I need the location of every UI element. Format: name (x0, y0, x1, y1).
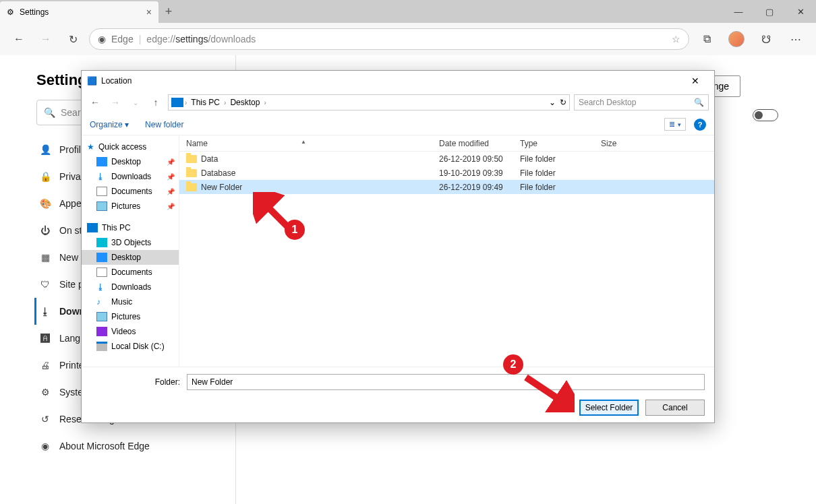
annotation-callout-2: 2 (503, 354, 523, 375)
printer-icon: 🖨 (39, 359, 51, 371)
tree-item-pictures[interactable]: Pictures📌 (82, 199, 179, 214)
tab-title: Settings (20, 7, 49, 17)
browser-titlebar: ⚙ Settings × + — ▢ ✕ (0, 0, 816, 23)
folder-icon (186, 183, 197, 191)
address-bar[interactable]: ◉ Edge | edge://settings/downloads ☆ (89, 28, 689, 50)
tree-item-downloads[interactable]: ⭳Downloads (82, 280, 179, 294)
sidebar-item-about-microsoft-edge[interactable]: ◉About Microsoft Edge (36, 433, 235, 460)
nav-forward-button: → (107, 97, 123, 108)
ask-download-toggle[interactable] (753, 109, 778, 121)
pin-icon: 📌 (167, 173, 175, 181)
column-headers[interactable]: Name▲ Date modified Type Size (179, 135, 714, 152)
reset-icon: ↺ (39, 413, 51, 425)
folder-name-input[interactable] (187, 374, 705, 390)
perm-icon: 🛡 (39, 278, 51, 290)
dialog-search-input[interactable]: Search Desktop 🔍 (574, 94, 709, 111)
address-url: edge://settings/downloads (146, 34, 256, 44)
pc-icon (171, 98, 183, 107)
select-folder-button[interactable]: Select Folder (579, 400, 639, 416)
tree-item-documents[interactable]: Documents📌 (82, 184, 179, 199)
refresh-breadcrumb-icon[interactable]: ↻ (560, 98, 566, 107)
organize-menu[interactable]: Organize ▾ (90, 120, 129, 129)
breadcrumb-bar[interactable]: › This PC › Desktop › ⌄↻ (168, 94, 570, 111)
nav-recent-dropdown[interactable]: ⌄ (127, 99, 144, 106)
system-icon: ⚙ (39, 386, 51, 398)
new-tab-button[interactable]: + (158, 0, 179, 23)
folder-icon (186, 169, 197, 177)
power-icon: ⏻ (39, 224, 51, 237)
nav-back-button[interactable]: ← (87, 97, 103, 108)
new-folder-button[interactable]: New folder (145, 120, 183, 129)
annotation-arrow-2 (521, 372, 575, 412)
about-icon: ◉ (39, 440, 51, 452)
close-tab-icon[interactable]: × (146, 7, 152, 18)
tree-quick-access[interactable]: ★Quick access (82, 139, 179, 154)
help-button[interactable]: ? (694, 119, 706, 131)
address-prefix: Edge (111, 34, 134, 44)
breadcrumb-dropdown-icon[interactable]: ⌄ (549, 98, 556, 107)
nav-up-button[interactable]: ↑ (148, 97, 164, 108)
feedback-button[interactable]: ☋ (754, 33, 778, 46)
favorite-star-icon[interactable]: ☆ (672, 34, 680, 44)
app-icon: 🟦 (87, 76, 97, 86)
search-icon: 🔍 (44, 107, 55, 118)
window-controls: — ▢ ✕ (723, 0, 816, 23)
file-row[interactable]: Data26-12-2019 09:50File folder (179, 152, 714, 166)
refresh-button[interactable]: ↻ (62, 28, 84, 50)
dialog-title: Location (101, 76, 132, 86)
forward-button: → (35, 28, 57, 50)
tree-item-pictures[interactable]: Pictures (82, 309, 179, 324)
folder-tree[interactable]: ★Quick access Desktop📌⭳Downloads📌Documen… (82, 135, 179, 367)
tree-item-3d-objects[interactable]: 3D Objects (82, 235, 179, 250)
cancel-button[interactable]: Cancel (645, 400, 705, 416)
search-icon: 🔍 (694, 98, 704, 107)
file-list[interactable]: Data26-12-2019 09:50File folderDatabase1… (179, 152, 714, 367)
maximize-button[interactable]: ▢ (754, 0, 785, 23)
close-window-button[interactable]: ✕ (785, 0, 816, 23)
more-menu-button[interactable]: ⋯ (784, 33, 808, 46)
tree-item-downloads[interactable]: ⭳Downloads📌 (82, 169, 179, 184)
pin-icon: 📌 (167, 203, 175, 210)
minimize-button[interactable]: — (723, 0, 754, 23)
tab-icon: ▦ (39, 251, 51, 263)
profile-icon: 👤 (39, 144, 51, 156)
pin-icon: 📌 (167, 188, 175, 195)
profile-avatar[interactable] (724, 31, 749, 47)
pin-icon: 📌 (167, 158, 175, 166)
tree-item-documents[interactable]: Documents (82, 265, 179, 280)
folder-field-label: Folder: (91, 377, 180, 387)
edge-logo-icon: ◉ (98, 34, 106, 44)
annotation-callout-1: 1 (285, 220, 305, 240)
folder-picker-dialog: 🟦 Location ✕ ← → ⌄ ↑ › This PC › Desktop… (81, 70, 715, 423)
tree-item-desktop[interactable]: Desktop📌 (82, 154, 179, 169)
tree-item-local-disk-c-[interactable]: Local Disk (C:) (82, 339, 179, 354)
lock-icon: 🔒 (39, 170, 51, 183)
view-mode-button[interactable]: ≣ ▾ (664, 118, 686, 131)
gear-icon: ⚙ (7, 7, 14, 17)
svg-line-1 (526, 377, 566, 404)
tree-item-videos[interactable]: Videos (82, 324, 179, 339)
tree-item-desktop[interactable]: Desktop (82, 250, 179, 265)
tree-item-music[interactable]: ♪Music (82, 294, 179, 309)
palette-icon: 🎨 (39, 197, 51, 210)
dialog-close-button[interactable]: ✕ (682, 75, 709, 86)
tree-this-pc[interactable]: This PC (82, 220, 179, 235)
collections-button[interactable]: ⧉ (695, 33, 719, 45)
back-button[interactable]: ← (8, 28, 30, 50)
browser-tab[interactable]: ⚙ Settings × (0, 1, 158, 23)
folder-icon (186, 155, 197, 163)
lang-icon: 🅰 (39, 332, 51, 344)
sort-indicator-icon: ▲ (301, 139, 306, 145)
file-row[interactable]: Database19-10-2019 09:39File folder (179, 166, 714, 180)
download-icon: ⭳ (39, 305, 51, 317)
browser-toolbar: ← → ↻ ◉ Edge | edge://settings/downloads… (0, 23, 816, 55)
